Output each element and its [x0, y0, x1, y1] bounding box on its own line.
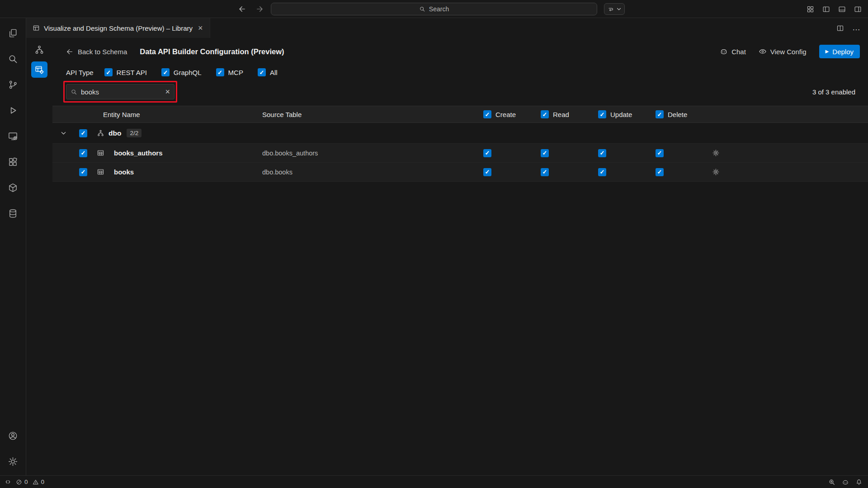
- select-all-delete-checkbox[interactable]: [656, 110, 664, 118]
- loop-button[interactable]: [604, 3, 625, 15]
- deploy-label: Deploy: [832, 48, 854, 56]
- split-editor-icon[interactable]: [836, 24, 844, 32]
- read-header-label: Read: [553, 111, 569, 118]
- group-count-badge: 2/2: [127, 129, 142, 137]
- layout-sidebar-icon[interactable]: [822, 5, 830, 13]
- create-header-label: Create: [495, 111, 516, 118]
- command-center-label: Search: [429, 5, 449, 13]
- row-update-checkbox[interactable]: [598, 168, 606, 176]
- chevron-down-icon[interactable]: [52, 130, 74, 136]
- layout-panel-icon[interactable]: [838, 5, 846, 13]
- select-all-create-checkbox[interactable]: [483, 110, 491, 118]
- mcp-label: MCP: [228, 69, 243, 76]
- run-debug-icon[interactable]: [3, 100, 23, 121]
- account-icon[interactable]: [3, 425, 23, 446]
- more-actions-icon[interactable]: …: [852, 26, 861, 29]
- table-row: books_authors dbo.books_authors: [52, 144, 868, 163]
- graphql-label: GraphQL: [174, 69, 202, 76]
- deploy-button[interactable]: ▶ Deploy: [819, 45, 860, 58]
- database-projects-icon[interactable]: [3, 177, 23, 198]
- warnings-indicator[interactable]: 0: [33, 479, 45, 485]
- chat-button[interactable]: Chat: [720, 47, 746, 56]
- view-config-button[interactable]: View Config: [759, 47, 807, 56]
- group-name: dbo: [108, 129, 121, 137]
- entity-search-input[interactable]: [81, 88, 161, 96]
- mcp-checkbox[interactable]: [216, 68, 224, 76]
- chat-label: Chat: [731, 48, 746, 56]
- row-read-checkbox[interactable]: [541, 168, 549, 176]
- remote-indicator-icon[interactable]: [5, 479, 11, 485]
- clear-search-icon[interactable]: ×: [165, 88, 170, 96]
- entity-search-box: ×: [66, 84, 175, 99]
- search-icon[interactable]: [3, 48, 23, 69]
- rest-api-checkbox[interactable]: [104, 68, 113, 76]
- rest-api-label: REST API: [117, 69, 147, 76]
- explorer-icon[interactable]: [3, 23, 23, 43]
- all-checkbox[interactable]: [258, 68, 266, 76]
- editor-actions: …: [836, 18, 868, 38]
- settings-gear-icon[interactable]: [3, 451, 23, 472]
- copilot-icon: [720, 47, 728, 56]
- zoom-icon[interactable]: [828, 479, 835, 486]
- row-delete-checkbox[interactable]: [656, 168, 664, 176]
- status-bar-right: [828, 479, 863, 486]
- entity-name: books: [108, 168, 258, 176]
- group-select-checkbox[interactable]: [79, 129, 87, 137]
- nav-arrows: [238, 0, 264, 18]
- errors-count: 0: [24, 479, 28, 485]
- graphql-checkbox[interactable]: [161, 68, 170, 76]
- mcp-option: MCP: [216, 68, 243, 76]
- back-to-schema-link[interactable]: Back to Schema: [66, 48, 127, 56]
- title-bar: Search: [0, 0, 868, 18]
- title-bar-layout-controls: [807, 0, 862, 18]
- command-center-search[interactable]: Search: [271, 3, 597, 15]
- source-table: dbo.books_authors: [258, 150, 481, 157]
- main-row: Visualize and Design Schema (Preview) – …: [0, 18, 868, 475]
- arrow-left-icon[interactable]: [238, 5, 246, 13]
- row-read-checkbox[interactable]: [541, 149, 549, 157]
- row-settings-gear-icon[interactable]: [712, 149, 720, 157]
- copilot-icon[interactable]: [842, 479, 849, 486]
- delete-header: Delete: [654, 110, 711, 118]
- sql-database-icon[interactable]: [3, 203, 23, 224]
- row-delete-checkbox[interactable]: [656, 149, 664, 157]
- visualize-schema-icon[interactable]: [31, 42, 47, 58]
- row-create-checkbox[interactable]: [483, 149, 491, 157]
- extensions-icon[interactable]: [3, 151, 23, 172]
- editor-area: Visualize and Design Schema (Preview) – …: [26, 18, 868, 475]
- tab-label: Visualize and Design Schema (Preview) – …: [44, 24, 193, 32]
- data-api-builder-icon[interactable]: [31, 61, 47, 78]
- editor-tab[interactable]: Visualize and Design Schema (Preview) – …: [26, 18, 210, 38]
- update-header: Update: [596, 110, 654, 118]
- webview: Back to Schema Data API Builder Configur…: [26, 38, 868, 475]
- row-select-checkbox[interactable]: [79, 149, 87, 157]
- row-settings-gear-icon[interactable]: [712, 168, 720, 176]
- enabled-summary: 3 of 3 enabled: [812, 88, 855, 96]
- back-label: Back to Schema: [78, 48, 127, 56]
- select-all-read-checkbox[interactable]: [541, 110, 549, 118]
- source-control-icon[interactable]: [3, 74, 23, 95]
- panel-header: Back to Schema Data API Builder Configur…: [52, 42, 868, 61]
- delete-header-label: Delete: [668, 111, 687, 118]
- select-all-update-checkbox[interactable]: [598, 110, 606, 118]
- api-type-label: API Type: [66, 69, 94, 76]
- tab-close-icon[interactable]: ×: [197, 23, 204, 33]
- view-config-label: View Config: [770, 48, 807, 56]
- row-select-checkbox[interactable]: [79, 168, 87, 176]
- remote-explorer-icon[interactable]: [3, 126, 23, 146]
- source-table: dbo.books: [258, 169, 481, 176]
- layout-grid-icon[interactable]: [807, 5, 814, 13]
- bell-icon[interactable]: [855, 479, 863, 486]
- row-create-checkbox[interactable]: [483, 168, 491, 176]
- layout-sidebar-right-icon[interactable]: [854, 5, 862, 13]
- source-table-header: Source Table: [258, 111, 481, 118]
- eye-icon: [759, 47, 767, 56]
- errors-indicator[interactable]: 0: [16, 479, 28, 485]
- schema-group-row: dbo 2/2: [52, 123, 868, 144]
- row-update-checkbox[interactable]: [598, 149, 606, 157]
- rest-api-option: REST API: [104, 68, 147, 76]
- entity-name-header: Entity Name: [52, 111, 258, 118]
- arrow-right-icon[interactable]: [255, 5, 264, 13]
- side-rail: [26, 38, 52, 475]
- chevron-down-icon: [616, 6, 622, 12]
